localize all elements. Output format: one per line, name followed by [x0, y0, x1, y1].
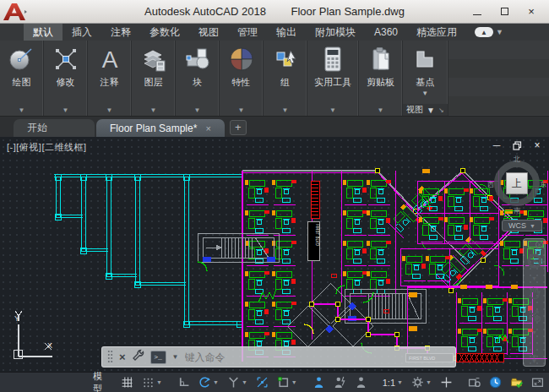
panel-expand-icon[interactable]: ▼: [359, 104, 402, 116]
command-prompt-icon[interactable]: >_: [150, 351, 166, 364]
group-button[interactable]: 组: [264, 41, 307, 104]
viewcube[interactable]: 北 南 西 东 上: [489, 155, 545, 215]
clean-screen-toggle[interactable]: [528, 374, 547, 390]
drag-grip-icon[interactable]: [107, 350, 113, 364]
panel-expand-icon[interactable]: ▼: [220, 104, 263, 116]
navbar-expand-icon[interactable]: ▼▼: [531, 355, 538, 363]
chevron-down-icon[interactable]: ▼: [213, 379, 219, 385]
ribbon-tab-6[interactable]: 输出: [267, 24, 306, 41]
ribbon-tab-4[interactable]: 视图: [189, 24, 228, 41]
minimize-button[interactable]: [471, 6, 483, 18]
app-menu-button[interactable]: [2, 2, 30, 22]
panel-expand-icon[interactable]: ▼: [44, 104, 87, 116]
chevron-down-icon[interactable]: ▼: [531, 329, 537, 335]
utilities-button[interactable]: 实用工具: [307, 41, 358, 104]
file-tab-close-icon[interactable]: ×: [205, 123, 210, 133]
panel-group-title[interactable]: 视图▼↘: [403, 104, 448, 116]
viewcube-top-face[interactable]: 上: [506, 172, 528, 194]
command-close-icon[interactable]: ×: [119, 351, 126, 363]
annotation-objects-toggle[interactable]: [351, 374, 371, 390]
panel-expand-icon[interactable]: ▼: [176, 104, 219, 116]
annotation-scale-button[interactable]: 1:1▼: [379, 376, 406, 389]
annotation-visibility-toggle[interactable]: [309, 374, 329, 390]
modify-button[interactable]: 修改: [44, 41, 87, 104]
object-snap-toggle[interactable]: ▼: [274, 374, 301, 390]
ribbon-tab-1[interactable]: 插入: [63, 24, 101, 41]
new-drawing-tab-button[interactable]: +: [230, 120, 247, 135]
panel-expand-icon[interactable]: ▼: [307, 104, 358, 116]
ribbon-tab-7[interactable]: 附加模块: [306, 24, 365, 41]
chevron-down-icon[interactable]: ▼: [496, 28, 503, 36]
annotation-autoscale-toggle[interactable]: [330, 374, 350, 390]
navbar-close-icon[interactable]: ×: [535, 241, 543, 248]
save-settings-button[interactable]: [507, 374, 526, 390]
utilities-icon: [318, 45, 347, 74]
command-line-bar[interactable]: × >_ ▼: [101, 346, 456, 368]
panel-expand-icon[interactable]: ▼: [264, 104, 307, 116]
clipboard-button[interactable]: 剪贴板: [359, 41, 402, 104]
chevron-down-icon[interactable]: ▼: [421, 90, 428, 97]
ribbon-tab-5[interactable]: 管理: [228, 24, 267, 41]
ribbon-minimize-button[interactable]: ▲: [475, 27, 493, 37]
snap-mode-toggle[interactable]: ▼: [139, 374, 166, 390]
properties-button[interactable]: 特性: [220, 41, 263, 104]
base-button[interactable]: 基点▼: [403, 41, 448, 104]
chevron-down-icon[interactable]: ▼: [426, 379, 432, 385]
file-tab-start[interactable]: 开始: [14, 119, 95, 137]
viewcube-east[interactable]: 东: [540, 180, 546, 189]
wcs-dropdown[interactable]: WCS ▼: [502, 220, 542, 231]
graphics-performance-toggle[interactable]: [486, 374, 505, 390]
viewport-controls[interactable]: [-][俯视][二维线框]: [7, 141, 87, 154]
ortho-mode-toggle[interactable]: [174, 374, 193, 390]
dialog-launcher-icon[interactable]: ↘: [438, 106, 444, 114]
ribbon-tab-9[interactable]: 精选应用: [407, 24, 466, 41]
panel-label: 块: [193, 76, 202, 89]
ribbon-tab-bar: 默认插入注释参数化视图管理输出附加模块A360精选应用▲▼: [0, 24, 549, 41]
layers-button[interactable]: 图层: [132, 41, 175, 104]
group-icon: [271, 45, 300, 74]
workspace-switching-button[interactable]: ▼: [408, 374, 435, 390]
block-icon: [183, 45, 212, 74]
command-input[interactable]: [185, 351, 450, 363]
isolate-objects-button[interactable]: [465, 374, 484, 390]
drawing-canvas[interactable]: FIRST BLVDFIRST BLVDXY [-][俯视][二维线框] ─ ×…: [0, 137, 549, 372]
annotation-monitor-toggle[interactable]: [437, 374, 456, 390]
chevron-down-icon[interactable]: ▼: [156, 379, 162, 385]
viewcube-north[interactable]: 北: [514, 155, 520, 164]
chevron-down-icon[interactable]: ▼: [242, 379, 247, 385]
panel-expand-icon[interactable]: ▼: [0, 104, 43, 116]
chevron-down-icon[interactable]: ▼: [531, 275, 537, 281]
chevron-down-icon[interactable]: ▼: [397, 379, 403, 385]
navigation-wheel-icon[interactable]: [526, 253, 543, 273]
grid-display-toggle[interactable]: [117, 374, 137, 390]
panel-label: 绘图: [13, 76, 31, 89]
viewport-close-icon[interactable]: ×: [532, 140, 542, 150]
floor-plan-drawing[interactable]: FIRST BLVDFIRST BLVDXY: [0, 137, 549, 372]
ribbon-tab-2[interactable]: 注释: [101, 24, 140, 41]
viewport-restore-icon[interactable]: [512, 140, 522, 150]
ribbon-tab-0[interactable]: 默认: [24, 24, 63, 41]
viewcube-west[interactable]: 西: [487, 180, 494, 189]
customization-wrench-icon[interactable]: [132, 349, 144, 365]
ribbon-panel-base: 基点▼视图▼↘: [403, 41, 448, 116]
ribbon-tab-3[interactable]: 参数化: [140, 24, 189, 41]
object-snap-tracking-toggle[interactable]: [253, 374, 272, 390]
chevron-down-icon: ▼: [530, 223, 535, 229]
chevron-down-icon[interactable]: ▼: [291, 379, 297, 385]
close-button[interactable]: ×: [525, 6, 537, 18]
zoom-extents-icon[interactable]: [527, 308, 542, 327]
panel-expand-icon[interactable]: ▼: [132, 104, 175, 116]
block-button[interactable]: 块: [176, 41, 219, 104]
viewport-minimize-icon[interactable]: ─: [492, 140, 502, 150]
annotate-button[interactable]: 注释: [88, 41, 131, 104]
panel-expand-icon[interactable]: ▼: [88, 104, 131, 116]
viewcube-south[interactable]: 南: [514, 206, 520, 215]
ribbon-tab-8[interactable]: A360: [365, 24, 407, 41]
isometric-drafting-toggle[interactable]: ▼: [224, 374, 251, 390]
polar-tracking-toggle[interactable]: ▼: [195, 374, 222, 390]
file-tab-active-document[interactable]: Floor Plan Sample* ×: [96, 119, 225, 137]
draw-button[interactable]: 绘图: [0, 41, 43, 104]
pan-hand-icon[interactable]: [527, 286, 542, 304]
chevron-down-icon[interactable]: ▼: [172, 353, 179, 361]
maximize-button[interactable]: [498, 6, 510, 18]
